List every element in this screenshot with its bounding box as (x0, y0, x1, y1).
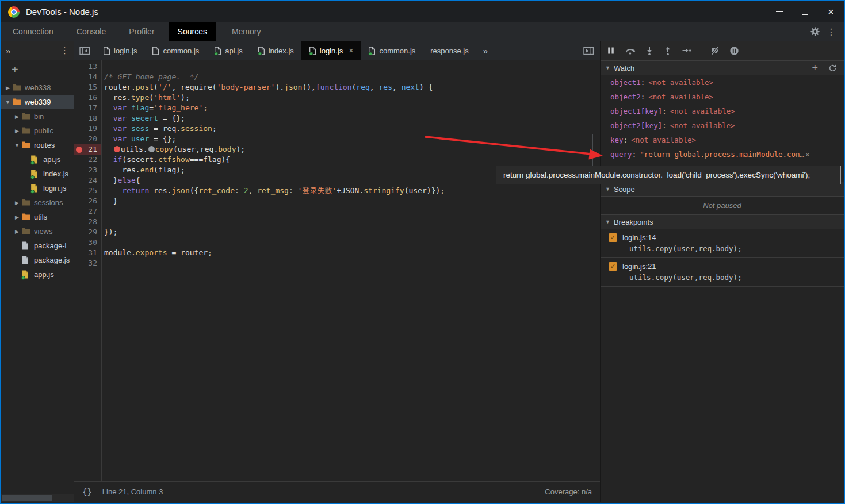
inline-breakpoint-active-icon[interactable] (114, 146, 120, 152)
chevron-right-icon[interactable]: ▶ (14, 200, 20, 206)
file-tab-response-js[interactable]: response.js (423, 41, 476, 60)
line-number[interactable]: 30 (74, 237, 101, 248)
line-number[interactable]: 17 (74, 103, 101, 113)
file-tab-common-js[interactable]: common.js (144, 41, 207, 60)
minimize-button[interactable] (766, 1, 792, 22)
settings-gear-icon[interactable] (807, 26, 823, 37)
pretty-print-icon[interactable]: {} (82, 487, 92, 497)
watch-expression-row[interactable]: object2:<not available> (601, 90, 844, 104)
chevron-right-icon[interactable]: ▶ (5, 85, 11, 91)
main-tab-memory[interactable]: Memory (223, 22, 270, 41)
tree-item-views[interactable]: ▶views (1, 224, 74, 238)
close-button[interactable]: × (818, 1, 844, 22)
kebab-menu-icon[interactable]: ⋮ (823, 26, 839, 37)
line-number[interactable]: 25 (74, 186, 101, 196)
line-number[interactable]: 16 (74, 93, 101, 103)
tree-item-routes[interactable]: ▼routes (1, 138, 74, 152)
line-number[interactable]: 24 (74, 175, 101, 186)
tree-item-package-l[interactable]: package-l (1, 238, 74, 253)
watch-expression-row[interactable]: object1[key]:<not available> (601, 104, 844, 118)
tree-item-package-js[interactable]: package.js (1, 253, 74, 267)
main-tab-console[interactable]: Console (68, 22, 114, 41)
main-tab-connection[interactable]: Connection (4, 22, 62, 41)
line-number[interactable]: 22 (74, 155, 101, 165)
line-number[interactable]: 23 (74, 165, 101, 175)
breakpoint-checkbox[interactable]: ✓ (609, 233, 617, 242)
breakpoint-item[interactable]: ✓login.js:21utils.copy(user,req.body); (601, 258, 844, 287)
step-icon[interactable] (682, 46, 691, 55)
line-number-gutter[interactable]: 1314151617181920212223242526272829303132 (74, 60, 102, 481)
line-number[interactable]: 26 (74, 196, 101, 206)
show-debugger-icon[interactable] (583, 41, 600, 60)
line-number[interactable]: 28 (74, 217, 101, 227)
chevron-right-icon[interactable]: ▶ (14, 128, 20, 134)
pause-icon[interactable] (606, 46, 615, 55)
add-watch-icon[interactable]: + (812, 63, 818, 73)
chevron-right-icon[interactable]: ▶ (14, 114, 20, 120)
chevron-down-icon[interactable]: ▼ (5, 99, 11, 105)
inline-breakpoint-candidate-icon[interactable] (148, 146, 155, 152)
line-number[interactable]: 18 (74, 113, 101, 124)
tree-item-sessions[interactable]: ▶sessions (1, 195, 74, 210)
breakpoint-checkbox[interactable]: ✓ (609, 262, 617, 271)
line-number[interactable]: 29 (74, 227, 101, 237)
main-tab-sources[interactable]: Sources (169, 22, 216, 41)
chevron-down-icon[interactable]: ▼ (14, 143, 20, 148)
line-number[interactable]: 32 (74, 258, 101, 268)
code-line (104, 258, 600, 268)
add-folder-icon[interactable]: + (12, 64, 18, 75)
delete-watch-icon[interactable]: × (805, 151, 809, 159)
file-tab-common-js[interactable]: common.js (361, 41, 423, 60)
main-tab-profiler[interactable]: Profiler (120, 22, 163, 41)
line-number[interactable]: 31 (74, 248, 101, 258)
tree-item-api-js[interactable]: api.js (1, 152, 74, 167)
watch-expression-row[interactable]: query:"return global.process.mainModule.… (601, 147, 844, 161)
tree-item-web339[interactable]: ▼web339 (1, 95, 74, 109)
watch-expression-row[interactable]: key:<not available> (601, 133, 844, 147)
breakpoints-section-header[interactable]: ▼ Breakpoints (601, 214, 844, 229)
watch-expression-row[interactable]: object1:<not available> (601, 75, 844, 90)
code-content[interactable]: /* GET home page. */router.post('/', req… (102, 60, 600, 481)
tree-item-bin[interactable]: ▶bin (1, 109, 74, 124)
scrollbar-thumb[interactable] (2, 495, 52, 501)
file-icon (21, 256, 31, 265)
file-tab-login-js[interactable]: login.js× (301, 41, 361, 60)
maximize-button[interactable] (792, 1, 818, 22)
tab-overflow-icon[interactable]: » (476, 41, 495, 60)
breakpoint-item[interactable]: ✓login.js:14utils.copy(user,req.body); (601, 229, 844, 258)
tree-item-app-js[interactable]: app.js (1, 267, 74, 282)
chevron-right-icon[interactable]: ▶ (14, 214, 20, 220)
tree-item-login-js[interactable]: login.js (1, 181, 74, 195)
more-tabs-icon[interactable]: » (6, 46, 10, 56)
line-number[interactable]: 15 (74, 82, 101, 93)
tree-item-index-js[interactable]: index.js (1, 167, 74, 181)
watch-section-header[interactable]: ▼ Watch + (601, 60, 844, 75)
refresh-watch-icon[interactable] (828, 64, 837, 72)
file-tab-api-js[interactable]: api.js (207, 41, 250, 60)
pause-on-exceptions-icon[interactable] (729, 46, 739, 56)
tree-item-utils[interactable]: ▶utils (1, 210, 74, 224)
navigator-menu-icon[interactable]: ⋮ (60, 45, 69, 56)
tree-item-web338[interactable]: ▶web338 (1, 80, 74, 95)
code-editor[interactable]: 1314151617181920212223242526272829303132… (74, 60, 600, 481)
tree-item-public[interactable]: ▶public (1, 124, 74, 138)
chevron-right-icon[interactable]: ▶ (14, 229, 20, 234)
step-into-icon[interactable] (645, 46, 654, 55)
file-tab-login-js[interactable]: login.js (95, 41, 144, 60)
line-number[interactable]: 14 (74, 72, 101, 82)
line-number[interactable]: 13 (74, 61, 101, 72)
navigator-hscrollbar[interactable] (1, 494, 74, 502)
deactivate-breakpoints-icon[interactable] (710, 46, 720, 55)
step-over-icon[interactable] (625, 46, 636, 55)
code-token: var (113, 103, 127, 112)
file-tab-index-js[interactable]: index.js (250, 41, 301, 60)
watch-expression-row[interactable]: object2[key]:<not available> (601, 118, 844, 133)
step-out-icon[interactable] (663, 46, 672, 55)
hide-navigator-icon[interactable] (74, 41, 95, 60)
line-number[interactable]: 27 (74, 206, 101, 217)
close-tab-icon[interactable]: × (349, 46, 353, 55)
line-number[interactable]: 20 (74, 134, 101, 144)
breakpoint-line-number[interactable]: 21 (74, 144, 101, 155)
editor-vscrollbar[interactable] (592, 60, 600, 481)
line-number[interactable]: 19 (74, 124, 101, 134)
